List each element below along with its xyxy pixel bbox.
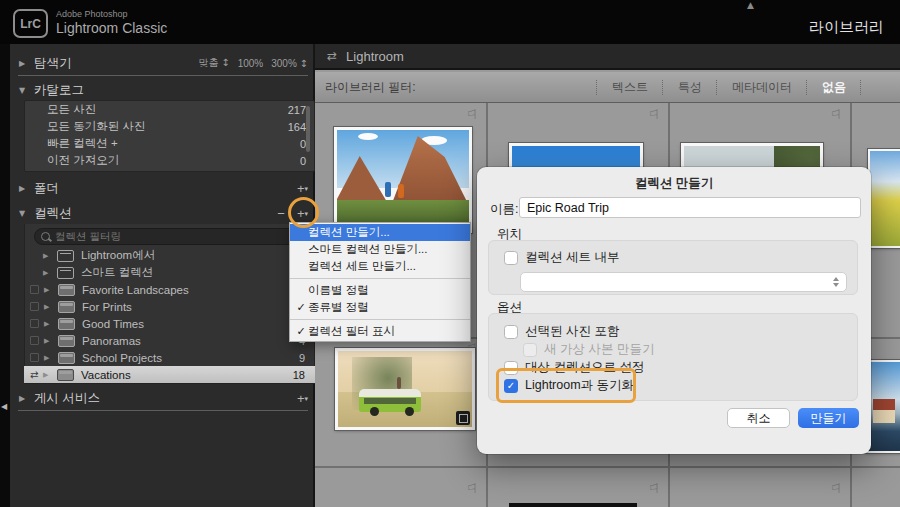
context-menu-item[interactable]: 스마트 컬렉션 만들기...: [290, 241, 470, 258]
collection-row[interactable]: ▶Panoramas4: [24, 332, 315, 349]
collection-row[interactable]: ▶School Projects9: [24, 349, 315, 366]
chevron-down-icon: ▼: [14, 209, 30, 218]
person-figure: [397, 377, 401, 389]
collection-checkbox[interactable]: [30, 285, 39, 294]
collection-checkbox[interactable]: [30, 302, 39, 311]
photo-thumbnail-field[interactable]: [868, 149, 900, 248]
annotation-circle-add-collection: [288, 197, 319, 228]
create-button[interactable]: 만들기: [798, 408, 859, 428]
filter-tab-active[interactable]: 없음: [808, 79, 860, 96]
chevron-right-icon[interactable]: ▶: [43, 269, 55, 277]
chevron-right-icon[interactable]: ▶: [44, 337, 56, 345]
context-menu-item-label: 이름별 정렬: [308, 283, 369, 298]
filter-tab-item[interactable]: 메타데이터: [718, 79, 806, 96]
catalog-item[interactable]: 이전 가져오기0: [25, 152, 314, 169]
collection-checkbox[interactable]: [30, 353, 39, 362]
context-menu-item-label: 컬렉션 세트 만들기...: [308, 259, 416, 274]
filter-tab-item[interactable]: 특성: [664, 79, 716, 96]
include-photos-checkbox[interactable]: [504, 325, 518, 339]
sidebar-scrollbar[interactable]: [306, 106, 310, 152]
publish-services-header[interactable]: ▶ 게시 서비스 +▾: [14, 387, 308, 409]
catalog-item[interactable]: 빠른 컬렉션 +0: [25, 135, 314, 152]
pick-flag-icon[interactable]: ⚐: [830, 481, 842, 496]
top-bar: LrC Adobe Photoshop Lightroom Classic 라이…: [0, 0, 900, 44]
photo-thumbnail-hikers[interactable]: [334, 127, 472, 233]
app-title: Lightroom Classic: [56, 20, 167, 36]
dialog-title: 컬렉션 만들기: [477, 175, 871, 192]
lightroom-classic-logo: LrC: [13, 9, 48, 38]
chevron-right-icon[interactable]: ▶: [43, 252, 55, 260]
pick-flag-icon[interactable]: ⚐: [466, 107, 478, 122]
checkmark-icon: ✓: [294, 301, 308, 314]
context-menu-item[interactable]: ✓컬렉션 필터 표시: [290, 323, 470, 340]
collection-checkbox[interactable]: [30, 336, 39, 345]
collection-row[interactable]: ▶Lightroom에서: [24, 247, 315, 264]
folders-header[interactable]: ▶ 폴더 +▾: [14, 177, 308, 199]
hiker-figure: [385, 182, 391, 197]
collection-row[interactable]: ▶For Prints19: [24, 298, 315, 315]
name-input[interactable]: [519, 197, 861, 218]
collection-set-icon: [57, 250, 74, 262]
left-panel-collapse-strip[interactable]: ◀: [0, 44, 10, 507]
pick-flag-icon[interactable]: ⚐: [648, 481, 660, 496]
collection-row[interactable]: ▶Good Times12: [24, 315, 315, 332]
remove-collection-button[interactable]: −: [277, 206, 285, 221]
photo-thumbnail-van[interactable]: [335, 348, 475, 430]
zoom-100[interactable]: 100%: [238, 58, 264, 69]
pick-flag-icon[interactable]: ⚐: [466, 481, 478, 496]
cancel-button[interactable]: 취소: [727, 408, 790, 428]
chevron-right-icon[interactable]: ▶: [44, 286, 56, 294]
collection-icon: [58, 335, 75, 347]
catalog-item-count: 217: [288, 104, 306, 116]
filter-separator: [860, 80, 862, 95]
add-folder-button[interactable]: +▾: [297, 182, 308, 195]
collection-badge-icon[interactable]: [456, 411, 470, 425]
context-menu-item[interactable]: 이름별 정렬: [290, 282, 470, 299]
module-picker-library[interactable]: 라이브러리: [809, 18, 884, 37]
catalog-item-count: 0: [300, 155, 306, 167]
collection-icon: [58, 284, 75, 296]
collection-filter-input[interactable]: 컬렉션 필터링: [34, 228, 308, 245]
navigator-header[interactable]: ▶ 탐색기 맞춤 ↕ 100% 300% ↕: [14, 52, 308, 74]
collection-row[interactable]: ▶스마트 컬렉션: [24, 264, 315, 281]
context-menu-item[interactable]: 컬렉션 만들기...: [290, 224, 470, 241]
collection-icon: [58, 318, 75, 330]
collection-label: 스마트 컬렉션: [81, 265, 153, 280]
context-menu-item[interactable]: 컬렉션 세트 만들기...: [290, 258, 470, 275]
zoom-300[interactable]: 300% ↕: [271, 58, 308, 69]
inside-collection-set-checkbox[interactable]: [504, 251, 518, 265]
pick-flag-icon[interactable]: ⚐: [648, 107, 660, 122]
collapse-top-panel-icon[interactable]: ▲: [747, 0, 754, 10]
sync-icon: ⇄: [30, 369, 43, 380]
catalog-item-label: 모든 동기화된 사진: [47, 119, 145, 134]
divider: [18, 75, 308, 76]
collection-checkbox[interactable]: [30, 319, 39, 328]
checkmark-icon: ✓: [294, 325, 308, 338]
collection-row[interactable]: ⇄▶Vacations18: [24, 366, 315, 383]
menu-separator: [290, 319, 470, 320]
catalog-header[interactable]: ▼ 카탈로그: [14, 79, 308, 101]
catalog-item[interactable]: 모든 사진217: [25, 101, 314, 118]
collection-count: 18: [293, 369, 305, 381]
inside-collection-set-row[interactable]: 컬렉션 세트 내부: [504, 249, 619, 266]
collection-set-dropdown[interactable]: [520, 272, 847, 292]
chevron-right-icon[interactable]: ▶: [44, 354, 56, 362]
collection-label: Panoramas: [82, 335, 141, 347]
filter-tab-item[interactable]: 텍스트: [598, 79, 662, 96]
chevron-right-icon: ▶: [14, 59, 30, 68]
add-publish-service-button[interactable]: +▾: [297, 392, 308, 405]
chevron-right-icon[interactable]: ▶: [44, 303, 56, 311]
context-menu-item[interactable]: ✓종류별 정렬: [290, 299, 470, 316]
pick-flag-icon[interactable]: ⚐: [830, 107, 842, 122]
chevron-right-icon[interactable]: ▶: [44, 320, 56, 328]
collections-header[interactable]: ▼ 컬렉션 − +▾: [14, 202, 308, 224]
chevron-right-icon[interactable]: ▶: [43, 371, 55, 379]
catalog-item[interactable]: 모든 동기화된 사진164: [25, 118, 314, 135]
menu-separator: [290, 278, 470, 279]
library-filter-bar: 라이브러리 필터: 텍스트특성메타데이터없음: [315, 72, 900, 103]
collection-row[interactable]: ▶Favorite Landscapes18: [24, 281, 315, 298]
catalog-item-label: 모든 사진: [47, 102, 96, 117]
include-photos-row[interactable]: 선택된 사진 포함: [504, 323, 619, 340]
zoom-fit[interactable]: 맞춤 ↕: [199, 56, 230, 70]
collection-label: Good Times: [82, 318, 144, 330]
